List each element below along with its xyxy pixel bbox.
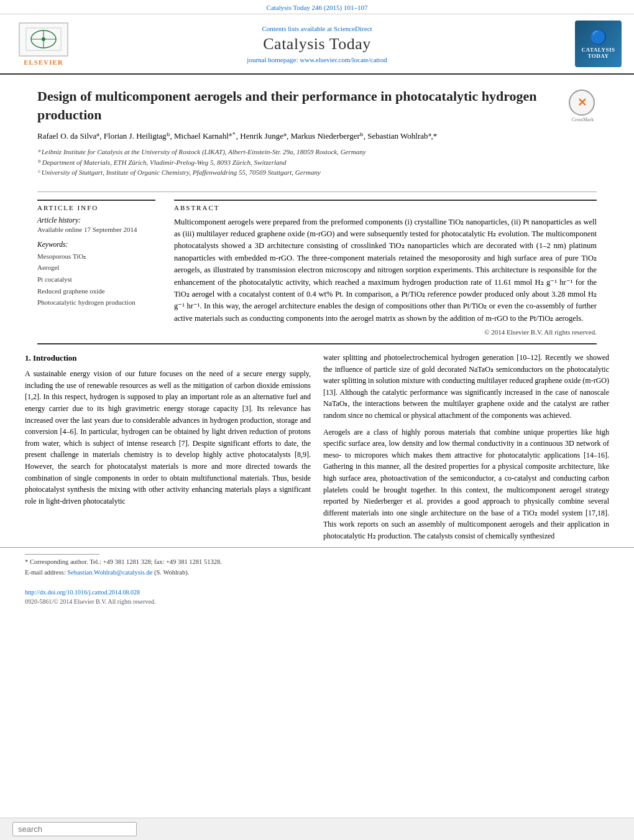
keyword-4: Reduced graphene oxide [37, 285, 155, 297]
doi-line: http://dx.doi.org/10.1016/j.cattod.2014.… [25, 588, 609, 597]
crossmark-circle: ✕ [569, 90, 595, 116]
doi-link[interactable]: http://dx.doi.org/10.1016/j.cattod.2014.… [25, 589, 140, 596]
history-title: Article history: [37, 216, 155, 224]
keywords-section: Keywords: Mesoporous TiO₂ Aerogel Pt coc… [37, 241, 155, 308]
intro-para3: Aerogels are a class of highly porous ma… [323, 427, 609, 542]
homepage-url[interactable]: www.elsevier.com/locate/cattod [300, 56, 387, 63]
catalysis-logo-box: 🔵 CATALYSIS TODAY [575, 21, 622, 67]
affiliation-c: ᶜ University of Stuttgart, Institute of … [37, 167, 597, 178]
crossmark-inner: ✕ [577, 96, 587, 109]
abstract-label: ABSTRACT [174, 200, 597, 211]
email-label: E-mail address: [25, 569, 66, 576]
svg-point-4 [42, 37, 45, 41]
affiliation-b: ᵇ Department of Materials, ETH Zürich, V… [37, 157, 597, 168]
body-divider [37, 343, 597, 344]
journal-logo: 🔵 CATALYSIS TODAY [559, 21, 622, 67]
footnote-area: * Corresponding author. Tel.: +49 381 12… [0, 547, 634, 586]
keyword-3: Pt cocatalyst [37, 274, 155, 285]
email-person: (S. Wohlrab). [154, 569, 189, 576]
email-line: E-mail address: Sebastian.Wohlrab@cataly… [25, 568, 609, 578]
elsevier-label: ELSEVIER [24, 58, 63, 66]
crossmark-label: CrossMark [569, 117, 597, 122]
keywords-label: Keywords: [37, 241, 155, 248]
email-address[interactable]: Sebastian.Wohlrab@catalysis.de [67, 569, 154, 576]
corresponding-author: * Corresponding author. Tel.: +49 381 12… [25, 557, 609, 567]
citation-text: Catalysis Today 246 (2015) 101–107 [267, 4, 368, 11]
body-col-left: 1. Introduction A sustainable energy vis… [25, 352, 311, 547]
elsevier-logo: ELSEVIER [12, 22, 75, 66]
article-info-label: ARTICLE INFO [37, 200, 155, 211]
authors: Rafael O. da Silvaᵃ, Florian J. Heiligta… [37, 130, 597, 143]
abstract-col: ABSTRACT Multicomponent aerogels were pr… [174, 200, 597, 336]
elsevier-logo-box [19, 22, 68, 57]
body-content: 1. Introduction A sustainable energy vis… [0, 352, 634, 547]
keywords-list: Mesoporous TiO₂ Aerogel Pt cocatalyst Re… [37, 251, 155, 308]
homepage-label: journal homepage: [247, 56, 298, 63]
citation-bar: Catalysis Today 246 (2015) 101–107 [0, 0, 634, 14]
body-col-right: water splitting and photoelectrochemical… [323, 352, 609, 547]
article-info-abstract: ARTICLE INFO Article history: Available … [0, 200, 634, 336]
keyword-5: Photocatalytic hydrogen production [37, 297, 155, 308]
cat-logo-label: CATALYSIS [582, 47, 615, 53]
article-header: Design of multicomponent aerogels and th… [0, 75, 634, 184]
intro-heading: 1. Introduction [25, 352, 311, 364]
bottom-bar: http://dx.doi.org/10.1016/j.cattod.2014.… [0, 585, 634, 609]
search-bar-area [0, 818, 634, 840]
abstract-text: Multicomponent aerogels were prepared fr… [174, 216, 597, 325]
page: Catalysis Today 246 (2015) 101–107 ELSEV… [0, 0, 634, 609]
affiliations: ᵃ Leibniz Institute for Catalysis at the… [37, 147, 597, 178]
keyword-1: Mesoporous TiO₂ [37, 251, 155, 262]
contents-line: Contents lists available at ScienceDirec… [75, 25, 559, 32]
article-info-col: ARTICLE INFO Article history: Available … [37, 200, 155, 336]
sciencedirect-link[interactable]: ScienceDirect [334, 25, 372, 32]
footnote-divider-line [25, 554, 609, 555]
copyright: © 2014 Elsevier B.V. All rights reserved… [174, 328, 597, 336]
search-input[interactable] [12, 822, 137, 836]
journal-title: Catalysis Today [75, 35, 559, 53]
journal-header: ELSEVIER Contents lists available at Sci… [0, 14, 634, 75]
issn-line: 0920-5861/© 2014 Elsevier B.V. All right… [25, 597, 609, 606]
intro-para1: A sustainable energy vision of our futur… [25, 368, 311, 507]
journal-center: Contents lists available at ScienceDirec… [75, 25, 559, 63]
crossmark-logo: ✕ CrossMark [569, 90, 597, 118]
article-history: Article history: Available online 17 Sep… [37, 216, 155, 233]
history-date: Available online 17 September 2014 [37, 226, 155, 233]
contents-text: Contents lists available at [262, 25, 332, 32]
article-divider [37, 192, 597, 192]
cat-logo-sub: TODAY [587, 53, 609, 59]
keyword-2: Aerogel [37, 262, 155, 274]
intro-para2: water splitting and photoelectrochemical… [323, 352, 609, 422]
cat-icon: 🔵 [590, 29, 607, 45]
homepage-line: journal homepage: www.elsevier.com/locat… [75, 56, 559, 63]
affiliation-a: ᵃ Leibniz Institute for Catalysis at the… [37, 147, 597, 157]
article-title-row: Design of multicomponent aerogels and th… [37, 87, 597, 124]
article-title: Design of multicomponent aerogels and th… [37, 87, 569, 124]
